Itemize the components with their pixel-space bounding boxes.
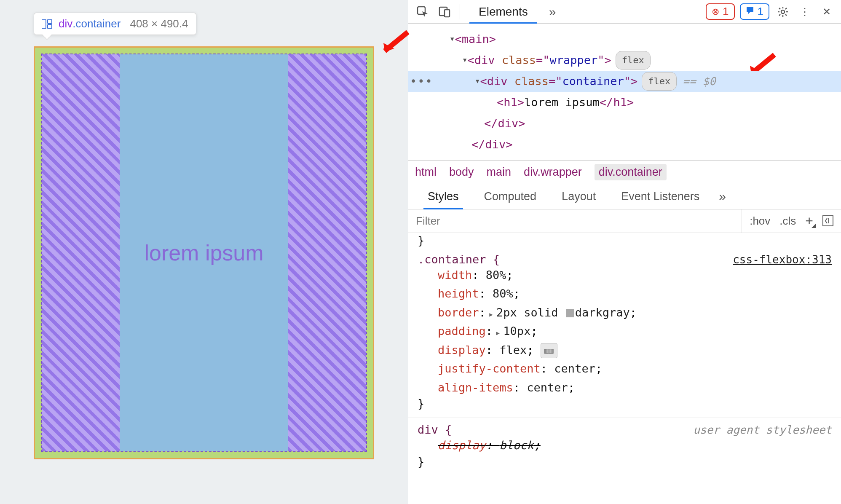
device-toggle-icon[interactable] bbox=[436, 3, 453, 20]
subtab-listeners[interactable]: Event Listeners bbox=[608, 184, 712, 209]
computed-sidebar-icon[interactable] bbox=[822, 215, 833, 226]
rule-source-link[interactable]: css-flexbox:313 bbox=[733, 253, 832, 266]
panel-tabs: Elements bbox=[469, 0, 537, 23]
dom-node-div-close[interactable]: </div> bbox=[408, 113, 841, 134]
styles-filter-row: :hov .cls + bbox=[408, 209, 841, 233]
caret-icon: ▼ bbox=[463, 55, 466, 66]
rule-selector[interactable]: .container { bbox=[418, 253, 500, 266]
dom-tree: ▼<main> ▼<div class="wrapper">flex •••▼<… bbox=[408, 24, 841, 160]
css-declaration[interactable]: align-items: center; bbox=[418, 378, 832, 397]
flex-editor-icon[interactable]: ▥▥ bbox=[541, 343, 557, 358]
css-declaration[interactable]: height: 80%; bbox=[418, 284, 832, 303]
css-declaration[interactable]: justify-content: center; bbox=[418, 359, 832, 378]
rule-selector[interactable]: div { bbox=[418, 423, 452, 436]
cls-toggle[interactable]: .cls bbox=[779, 214, 796, 228]
close-icon[interactable]: ✕ bbox=[818, 3, 835, 20]
inspected-inner: lorem ipsum bbox=[41, 54, 367, 452]
color-swatch-icon[interactable] bbox=[566, 309, 574, 317]
subtab-layout[interactable]: Layout bbox=[549, 184, 608, 209]
crumb-body[interactable]: body bbox=[449, 166, 474, 179]
settings-icon[interactable] bbox=[774, 3, 791, 20]
console-ref: == $0 bbox=[683, 71, 715, 91]
message-icon bbox=[746, 6, 754, 17]
inspect-element-icon[interactable] bbox=[414, 3, 431, 20]
svg-rect-5 bbox=[445, 10, 450, 17]
filter-input[interactable] bbox=[408, 209, 742, 233]
filter-buttons: :hov .cls + bbox=[742, 213, 841, 229]
crumb-wrapper[interactable]: div.wrapper bbox=[524, 166, 582, 179]
devtools-panel: Elements » ⊗ 1 1 ⋮ ✕ ▼<main> ▼<div class… bbox=[408, 0, 841, 504]
expand-icon[interactable]: ▶ bbox=[493, 330, 503, 336]
inspected-element-box[interactable]: lorem ipsum bbox=[34, 46, 374, 459]
rule-close-stray: } bbox=[408, 233, 841, 248]
more-tabs-icon[interactable]: » bbox=[542, 5, 563, 19]
css-declaration[interactable]: display: flex; ▥▥ bbox=[418, 341, 832, 360]
flex-badge[interactable]: flex bbox=[616, 51, 651, 70]
preview-heading: lorem ipsum bbox=[144, 240, 263, 265]
css-rules-pane: } .container { css-flexbox:313 width: 80… bbox=[408, 233, 841, 504]
tooltip-dimensions: 408 × 490.4 bbox=[130, 17, 188, 30]
dom-breadcrumb: html body main div.wrapper div.container bbox=[408, 160, 841, 184]
css-declaration[interactable]: width: 80%; bbox=[418, 266, 832, 285]
styles-subtabs: Styles Computed Layout Event Listeners » bbox=[408, 184, 841, 209]
dom-node-div-close[interactable]: </div> bbox=[408, 134, 841, 155]
tooltip-selector: div.container bbox=[59, 17, 121, 30]
kebab-menu-icon[interactable]: ⋮ bbox=[796, 3, 813, 20]
crumb-container[interactable]: div.container bbox=[595, 164, 667, 180]
caret-icon: ▼ bbox=[450, 34, 454, 45]
element-tooltip: div.container 408 × 490.4 bbox=[34, 13, 196, 35]
crumb-html[interactable]: html bbox=[415, 166, 437, 179]
crumb-main[interactable]: main bbox=[487, 166, 512, 179]
flex-badge[interactable]: flex bbox=[642, 72, 677, 91]
flex-space-left bbox=[42, 54, 120, 451]
new-rule-icon[interactable]: + bbox=[805, 213, 813, 229]
svg-rect-0 bbox=[42, 19, 46, 29]
page-preview: div.container 408 × 490.4 lorem ipsum bbox=[0, 0, 408, 504]
dom-node-h1[interactable]: <h1>lorem ipsum</h1> bbox=[408, 92, 841, 113]
svg-rect-2 bbox=[48, 24, 52, 29]
svg-rect-1 bbox=[48, 19, 52, 24]
hov-toggle[interactable]: :hov bbox=[750, 214, 770, 228]
tab-elements[interactable]: Elements bbox=[469, 0, 537, 23]
expand-icon[interactable]: ▶ bbox=[486, 311, 496, 318]
css-declaration[interactable]: border: ▶ 2px solid darkgray; bbox=[418, 303, 832, 322]
rule-source-ua: user agent stylesheet bbox=[693, 424, 832, 436]
divider bbox=[460, 4, 460, 19]
css-rule-ua[interactable]: div { user agent stylesheet display: blo… bbox=[408, 418, 841, 476]
subtab-computed[interactable]: Computed bbox=[471, 184, 549, 209]
flex-icon bbox=[42, 19, 53, 29]
subtab-styles[interactable]: Styles bbox=[415, 184, 471, 209]
dom-node-wrapper[interactable]: ▼<div class="wrapper">flex bbox=[408, 50, 841, 71]
dom-node-container[interactable]: •••▼<div class="container">flex== $0 bbox=[408, 71, 841, 92]
messages-badge[interactable]: 1 bbox=[740, 3, 769, 20]
rule-close: } bbox=[418, 455, 832, 468]
rule-close: } bbox=[418, 397, 832, 410]
flex-space-right bbox=[288, 54, 366, 451]
css-rule-container[interactable]: .container { css-flexbox:313 width: 80%;… bbox=[408, 248, 841, 418]
css-declaration[interactable]: padding: ▶ 10px; bbox=[418, 322, 832, 341]
caret-icon: ▼ bbox=[476, 76, 479, 87]
dom-node-main[interactable]: ▼<main> bbox=[408, 29, 841, 50]
actions-icon[interactable]: ••• bbox=[410, 71, 433, 92]
error-icon: ⊗ bbox=[712, 6, 719, 17]
content-area: lorem ipsum bbox=[120, 54, 288, 451]
css-declaration-overridden[interactable]: display: block; bbox=[418, 436, 832, 455]
more-subtabs-icon[interactable]: » bbox=[712, 189, 733, 204]
devtools-toolbar: Elements » ⊗ 1 1 ⋮ ✕ bbox=[408, 0, 841, 24]
error-badge[interactable]: ⊗ 1 bbox=[706, 3, 734, 20]
svg-point-6 bbox=[781, 10, 785, 13]
